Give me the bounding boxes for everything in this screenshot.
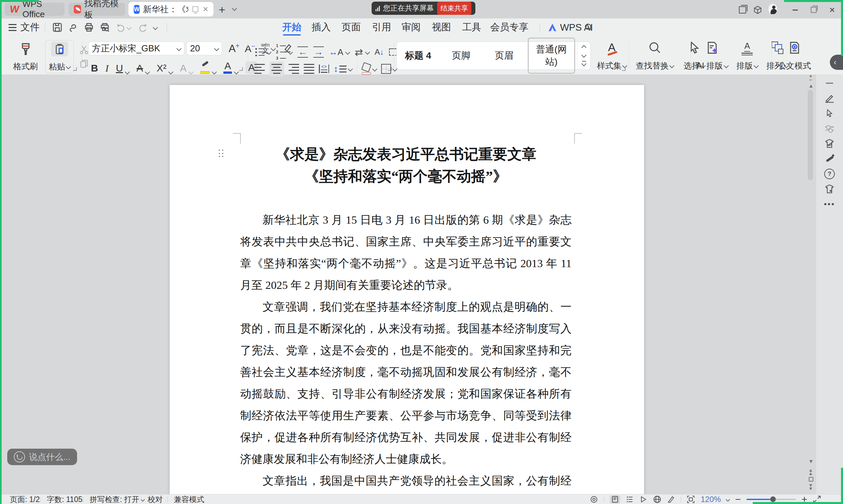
increase-indent-button[interactable]: → xyxy=(313,47,324,58)
user-avatar[interactable] xyxy=(768,5,777,14)
increase-font-button[interactable]: A+ xyxy=(229,42,239,55)
theme-shirt-icon[interactable] xyxy=(824,183,836,195)
line-spacing-button[interactable]: ↕ xyxy=(334,64,346,74)
justify-button[interactable] xyxy=(304,64,314,74)
font-size-select[interactable]: 20 xyxy=(186,41,222,55)
italic-button[interactable]: I xyxy=(105,62,109,74)
redo-button[interactable] xyxy=(138,18,148,36)
ink-pen-icon[interactable] xyxy=(667,496,675,503)
zoom-slider-knob[interactable] xyxy=(770,497,776,502)
end-share-button[interactable]: 结束共享 xyxy=(437,2,471,15)
tab-list-chevron-icon[interactable] xyxy=(232,6,237,11)
paragraph-expander-icon[interactable] xyxy=(388,67,392,71)
restore-button[interactable] xyxy=(809,5,818,15)
vertical-scrollbar[interactable]: ▾ሠ ▲ ▼ ▲▲ ▼▼ xyxy=(806,74,815,494)
search-icon[interactable] xyxy=(584,18,594,36)
tab-overview-icon[interactable] xyxy=(738,5,747,15)
scroll-down-icon[interactable]: ▼ xyxy=(808,458,814,465)
clipboard-expander-icon[interactable] xyxy=(73,67,77,71)
two-way-arrange-button[interactable]: ⇄ xyxy=(355,47,363,58)
more-options-icon[interactable]: ••• xyxy=(824,198,836,210)
align-right-button[interactable] xyxy=(289,64,299,74)
minimize-button[interactable] xyxy=(791,5,800,15)
menu-tab-page[interactable]: 页面 xyxy=(341,18,362,36)
menu-tab-review[interactable]: 审阅 xyxy=(400,18,422,36)
compatibility-mode-badge[interactable]: 兼容模式 xyxy=(174,494,204,504)
menu-tab-home[interactable]: 开始 xyxy=(281,18,302,36)
menu-tab-member[interactable]: 会员专享 xyxy=(488,18,531,36)
font-color-button[interactable]: A xyxy=(223,61,232,74)
panel-collapse-tab[interactable]: ‹ xyxy=(830,55,843,70)
bold-button[interactable]: B xyxy=(91,62,98,74)
next-page-icon[interactable]: ▼▼ xyxy=(808,484,813,490)
superscript-button[interactable]: X² xyxy=(157,62,166,74)
decrease-indent-button[interactable]: ← xyxy=(298,47,308,58)
menu-tab-reference[interactable]: 引用 xyxy=(371,18,392,36)
underline-button[interactable]: U xyxy=(116,62,123,74)
save-button[interactable] xyxy=(52,18,62,36)
quick-access-chevron-icon[interactable] xyxy=(154,18,157,36)
zoom-chevron-icon[interactable] xyxy=(726,498,730,502)
undo-button[interactable] xyxy=(116,18,131,36)
font-expander-icon[interactable] xyxy=(239,67,243,71)
paste-button[interactable]: 粘贴 xyxy=(45,40,74,73)
layout-button[interactable]: A 排版 xyxy=(737,41,758,71)
ruler-toggle-icon[interactable]: ▾ሠ xyxy=(808,74,813,82)
distribute-button[interactable]: <> xyxy=(319,65,329,73)
hide-toolbar-icon[interactable] xyxy=(824,77,836,89)
help-icon[interactable]: ? xyxy=(824,168,836,180)
styles-more-icon[interactable] xyxy=(582,61,586,66)
magic-wand-icon[interactable] xyxy=(824,153,836,165)
style-header[interactable]: 页眉 xyxy=(483,49,526,62)
docer-skin-icon[interactable] xyxy=(824,138,836,149)
decrease-font-button[interactable]: A− xyxy=(245,42,255,54)
style-heading4[interactable]: 标题 4 xyxy=(397,49,440,62)
chat-input-bubble[interactable]: 说点什么... xyxy=(7,449,77,465)
adjust-sliders-icon[interactable] xyxy=(824,123,836,134)
close-button[interactable]: × xyxy=(827,5,837,15)
align-center-button[interactable] xyxy=(269,61,284,76)
fit-page-icon[interactable] xyxy=(686,495,695,504)
style-footer[interactable]: 页脚 xyxy=(440,49,483,62)
text-effects-button[interactable]: A xyxy=(180,62,186,74)
tab-document-active[interactable]: W 新华社：《求是》 × xyxy=(128,2,214,16)
style-set-expander-icon[interactable] xyxy=(622,67,626,71)
copy-icon[interactable] xyxy=(79,59,89,69)
tab-docer-templates[interactable]: 找稻壳模板 xyxy=(69,3,125,16)
eye-protect-icon[interactable] xyxy=(590,495,598,504)
find-replace-button[interactable]: 查找替换 xyxy=(636,41,674,71)
file-menu[interactable]: 文件 xyxy=(20,18,39,36)
cut-icon[interactable] xyxy=(79,45,89,55)
paragraph-drag-handle[interactable] xyxy=(219,149,224,158)
page-view-icon[interactable] xyxy=(610,495,620,504)
styles-up-icon[interactable] xyxy=(581,45,587,50)
annotate-pen-icon[interactable] xyxy=(824,92,836,104)
menu-tab-insert[interactable]: 插入 xyxy=(311,18,332,36)
browse-object-icon[interactable] xyxy=(809,477,813,482)
official-doc-mode-button[interactable]: 公文模式 xyxy=(778,41,811,71)
tab-wps-office[interactable]: W WPS Office xyxy=(5,3,65,16)
read-mode-icon[interactable] xyxy=(640,496,647,503)
outline-view-icon[interactable] xyxy=(626,496,634,503)
bullet-list-button[interactable] xyxy=(255,48,265,56)
strikethrough-button[interactable]: A xyxy=(137,62,143,74)
style-normal-web-selected[interactable]: 普通(网站) xyxy=(528,38,575,74)
hamburger-menu-icon[interactable] xyxy=(8,18,16,36)
shading-button[interactable] xyxy=(362,63,371,75)
word-count[interactable]: 字数: 1105 xyxy=(47,494,82,504)
highlight-button[interactable] xyxy=(200,62,210,74)
numbered-list-button[interactable] xyxy=(276,43,286,60)
close-tab-icon[interactable]: × xyxy=(203,4,208,15)
previous-page-icon[interactable]: ▲▲ xyxy=(808,468,813,475)
document-page[interactable]: 《求是》杂志发表习近平总书记重要文章 《坚持和落实“两个毫不动摇”》 新华社北京… xyxy=(170,85,644,504)
spellcheck-status[interactable]: 拼写检查: 打开 xyxy=(90,494,144,504)
ai-layout-button[interactable]: AI 排版 xyxy=(696,41,728,71)
print-button[interactable] xyxy=(84,18,94,36)
styles-down-icon[interactable] xyxy=(581,53,587,58)
font-name-select[interactable]: 方正小标宋_GBK xyxy=(88,41,184,55)
document-body[interactable]: 《求是》杂志发表习近平总书记重要文章 《坚持和落实“两个毫不动摇”》 新华社北京… xyxy=(240,143,572,504)
scrollbar-thumb[interactable] xyxy=(808,90,813,180)
scroll-up-icon[interactable]: ▲ xyxy=(808,83,814,89)
menu-tab-tools[interactable]: 工具 xyxy=(461,18,482,36)
sort-button[interactable]: A↓ xyxy=(375,48,384,57)
